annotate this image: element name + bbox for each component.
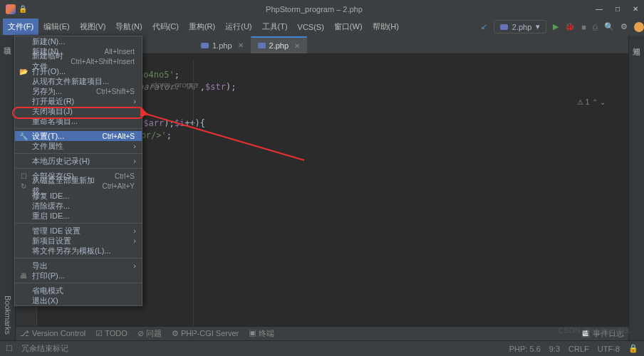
menu-item[interactable]: 清除缓存...: [15, 201, 142, 211]
caret-position[interactable]: 9:3: [549, 345, 560, 353]
menu-item[interactable]: 📂打开(O)...: [15, 66, 142, 76]
right-gutter: 通知: [628, 36, 644, 340]
left-gutter: 项目 Bookmarks: [0, 36, 16, 340]
close-icon[interactable]: ✕: [238, 41, 244, 49]
menu-item[interactable]: 另存为...Ctrl+Shift+S: [15, 86, 142, 96]
problems-tool[interactable]: ⊘ 问题: [137, 328, 162, 339]
menu-item[interactable]: 关闭项目(J): [15, 106, 142, 116]
menu-item[interactable]: 新项目设置: [15, 236, 142, 246]
terminal-tool[interactable]: ▣ 终端: [249, 328, 274, 339]
menu-item[interactable]: 🔧设置(T)...Ctrl+Alt+S: [15, 131, 142, 141]
menu-view[interactable]: 视图(V): [75, 19, 111, 35]
tool-window-bar: Version Control TODO ⊘ 问题 ⚙ PHP-CGI Serv…: [16, 326, 628, 340]
menu-vcs[interactable]: VCS(S): [293, 20, 329, 34]
menu-item[interactable]: ↻从磁盘全部重新加载Ctrl+Alt+Y: [15, 181, 142, 191]
menu-item[interactable]: 重启 IDE...: [15, 211, 142, 221]
bookmarks-tool[interactable]: Bookmarks: [4, 295, 12, 335]
menu-item[interactable]: 修复 IDE...: [15, 191, 142, 201]
minimize-button[interactable]: —: [596, 5, 603, 13]
menu-code[interactable]: 代码(C): [147, 19, 184, 35]
app-icon: [6, 4, 16, 14]
php-icon: [201, 43, 209, 48]
statusbar: ☐ 冗余结束标记 PHP: 5.6 9:3 CRLF UTF-8 🔒: [0, 340, 644, 356]
menu-item[interactable]: 本地历史记录(H): [15, 156, 142, 166]
avatar[interactable]: [634, 22, 644, 32]
menu-item[interactable]: 新建临时文件Ctrl+Alt+Shift+Insert: [15, 56, 142, 66]
menu-item[interactable]: 导出: [15, 261, 142, 271]
line-ending[interactable]: CRLF: [568, 345, 589, 353]
debug-button[interactable]: 🐞: [565, 22, 575, 31]
menubar: 文件(F) 编辑(E) 视图(V) 导航(N) 代码(C) 重构(R) 运行(U…: [0, 18, 644, 36]
lock-icon: 🔒: [19, 5, 27, 13]
menu-window[interactable]: 窗口(W): [329, 19, 368, 35]
coverage-button[interactable]: ⎙: [593, 23, 598, 31]
php-icon: [258, 43, 266, 48]
menu-item[interactable]: 从现有文件新建项目...: [15, 76, 142, 86]
php-version[interactable]: PHP: 5.6: [509, 345, 541, 353]
run-button[interactable]: ▶: [553, 22, 559, 31]
menu-item[interactable]: 🖶打印(P)...: [15, 271, 142, 281]
close-button[interactable]: ✕: [633, 5, 638, 13]
todo-tool[interactable]: TODO: [95, 329, 128, 338]
window-title: PhpStorm_program – 2.php: [33, 5, 596, 14]
maximize-button[interactable]: □: [616, 5, 620, 13]
menu-item[interactable]: 省电模式: [15, 286, 142, 295]
menu-item[interactable]: 重命名项目...: [15, 116, 142, 126]
vc-tool[interactable]: Version Control: [20, 329, 85, 338]
menu-edit[interactable]: 编辑(E): [38, 19, 75, 35]
stop-button[interactable]: ■: [581, 23, 586, 31]
titlebar: 🔒 PhpStorm_program – 2.php — □ ✕: [0, 0, 644, 18]
run-config-selector[interactable]: 2.php▾: [494, 20, 547, 33]
settings-button[interactable]: ⚙: [620, 22, 628, 31]
menu-item[interactable]: 新建(N)...: [15, 36, 142, 46]
watermark: CSDN @qsdmcokkk: [559, 326, 630, 335]
menu-item[interactable]: 文件属性: [15, 141, 142, 151]
menu-item[interactable]: 退出(X): [15, 295, 142, 305]
file-menu-dropdown: 新建(N)...新建(N)Alt+Insert新建临时文件Ctrl+Alt+Sh…: [14, 36, 142, 306]
encoding[interactable]: UTF-8: [598, 345, 620, 353]
menu-item[interactable]: 打开最近(R): [15, 96, 142, 106]
menu-help[interactable]: 帮助(H): [368, 19, 404, 35]
phpcgi-tool[interactable]: ⚙ PHP-CGI Server: [172, 329, 239, 338]
project-path: storm_progra: [151, 80, 197, 89]
menu-file[interactable]: 文件(F): [3, 19, 38, 35]
hint-text: 冗余结束标记: [21, 343, 68, 354]
menu-run[interactable]: 运行(U): [220, 19, 256, 35]
menu-item[interactable]: 将文件另存为模板(L)...: [15, 246, 142, 256]
menu-refactor[interactable]: 重构(R): [184, 19, 220, 35]
menu-item[interactable]: 管理 IDE 设置: [15, 226, 142, 236]
menu-tools[interactable]: 工具(T): [257, 19, 293, 35]
tab-1[interactable]: 1.php✕: [194, 36, 251, 53]
problems-indicator[interactable]: ⚠ 1⌃ ⌄: [577, 98, 606, 106]
tab-2[interactable]: 2.php✕: [251, 36, 308, 53]
close-icon[interactable]: ✕: [294, 42, 300, 50]
menu-navigate[interactable]: 导航(N): [110, 19, 147, 35]
vcs-pull-icon[interactable]: ↙: [481, 22, 487, 31]
lock-ro[interactable]: 🔒: [628, 344, 638, 353]
search-button[interactable]: 🔍: [604, 22, 614, 31]
